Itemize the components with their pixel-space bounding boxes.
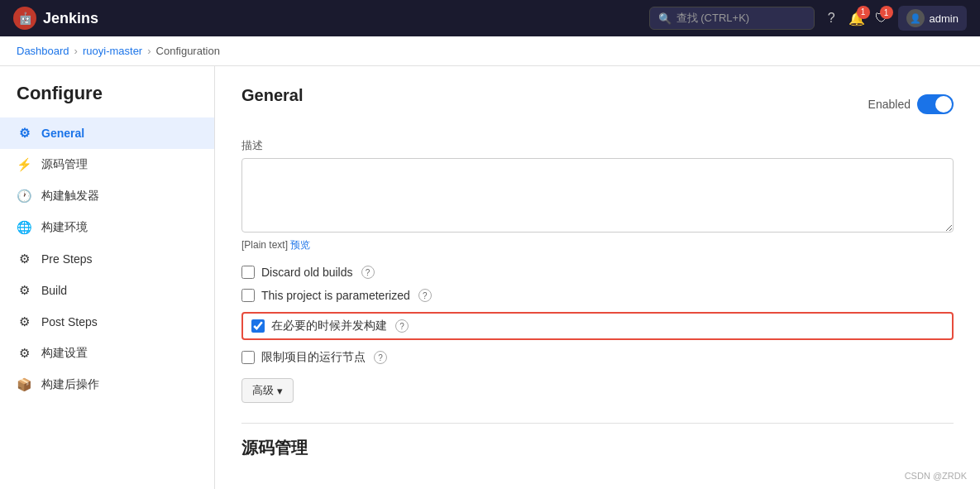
- section-header: General Enabled: [241, 86, 954, 122]
- sidebar-item-general[interactable]: ⚙ General: [0, 117, 214, 149]
- admin-menu[interactable]: 👤 admin: [898, 6, 967, 31]
- toggle-knob: [935, 96, 952, 113]
- settings-icon: ⚙: [17, 346, 31, 361]
- breadcrumb: Dashboard › ruoyi-master › Configuration: [0, 36, 980, 66]
- concurrent-label: 在必要的时候并发构建: [271, 319, 387, 333]
- plain-text-prefix: [Plain text]: [241, 239, 288, 251]
- search-placeholder: 查找 (CTRL+K): [676, 11, 749, 26]
- breadcrumb-dashboard[interactable]: Dashboard: [17, 45, 69, 57]
- footer-watermark: CSDN @ZRDK: [905, 471, 967, 481]
- sidebar: Configure ⚙ General ⚡ 源码管理 🕐 构建触发器 🌐 构建环…: [0, 66, 215, 489]
- restrict-help-icon[interactable]: ?: [374, 351, 387, 364]
- preview-link[interactable]: 预览: [290, 239, 310, 251]
- content-area: General Enabled 描述 [Plain text] 预览 Disca…: [215, 66, 980, 489]
- advanced-label: 高级: [252, 383, 274, 398]
- concurrent-checkbox[interactable]: [251, 319, 265, 333]
- logo: 🤖 Jenkins: [13, 7, 98, 30]
- admin-label: admin: [930, 12, 958, 25]
- header: 🤖 Jenkins 🔍 查找 (CTRL+K) ? 🔔 1 🛡 1 👤 admi…: [0, 0, 980, 36]
- discard-label: Discard old builds: [261, 266, 353, 279]
- sidebar-item-label-build: Build: [41, 284, 67, 297]
- jenkins-icon: 🤖: [13, 7, 36, 30]
- breadcrumb-sep-2: ›: [147, 45, 151, 57]
- logo-text: Jenkins: [43, 10, 98, 27]
- chevron-down-icon: ▾: [277, 385, 283, 397]
- enabled-toggle-row: Enabled: [868, 94, 954, 114]
- poststeps-icon: ⚙: [17, 314, 31, 329]
- description-label: 描述: [241, 138, 954, 153]
- sidebar-item-build[interactable]: ⚙ Build: [0, 275, 214, 306]
- help-button[interactable]: ?: [825, 7, 839, 29]
- description-textarea[interactable]: [241, 158, 954, 233]
- sidebar-item-env[interactable]: 🌐 构建环境: [0, 212, 214, 243]
- enabled-label: Enabled: [868, 98, 911, 111]
- restrict-label: 限制项目的运行节点: [261, 350, 366, 365]
- breadcrumb-project[interactable]: ruoyi-master: [83, 45, 142, 57]
- sidebar-item-label-settings: 构建设置: [41, 346, 88, 361]
- parameterized-checkbox[interactable]: [241, 289, 255, 302]
- postactions-icon: 📦: [17, 377, 31, 392]
- security-count: 1: [880, 6, 893, 19]
- concurrent-help-icon[interactable]: ?: [395, 319, 409, 333]
- parameterized-help-icon[interactable]: ?: [418, 289, 432, 302]
- sidebar-item-settings[interactable]: ⚙ 构建设置: [0, 338, 214, 369]
- section-title: General: [241, 86, 303, 105]
- plain-text-row: [Plain text] 预览: [241, 238, 954, 252]
- build-icon: ⚙: [17, 283, 31, 298]
- checkbox-restrict: 限制项目的运行节点 ?: [241, 350, 954, 365]
- parameterized-label: This project is parameterized: [261, 289, 410, 302]
- sidebar-item-label-presteps: Pre Steps: [41, 252, 92, 266]
- sidebar-item-postactions[interactable]: 📦 构建后操作: [0, 369, 214, 400]
- enabled-toggle[interactable]: [917, 94, 954, 114]
- trigger-icon: 🕐: [17, 189, 31, 204]
- avatar: 👤: [906, 9, 925, 27]
- env-icon: 🌐: [17, 220, 31, 235]
- restrict-checkbox[interactable]: [241, 351, 255, 364]
- source-icon: ⚡: [17, 157, 31, 172]
- search-bar[interactable]: 🔍 查找 (CTRL+K): [649, 7, 815, 30]
- sidebar-item-label-env: 构建环境: [41, 220, 88, 235]
- checkbox-discard: Discard old builds ?: [241, 266, 954, 279]
- discard-help-icon[interactable]: ?: [361, 266, 375, 279]
- security-button[interactable]: 🛡 1: [875, 11, 888, 26]
- sidebar-item-label-poststeps: Post Steps: [41, 315, 98, 328]
- checkbox-parameterized: This project is parameterized ?: [241, 289, 954, 302]
- discard-checkbox[interactable]: [241, 266, 255, 279]
- notification-count: 1: [857, 6, 870, 19]
- sidebar-title: Configure: [0, 83, 214, 117]
- sidebar-item-label-source: 源码管理: [41, 157, 88, 172]
- advanced-button[interactable]: 高级 ▾: [241, 378, 294, 403]
- sidebar-item-presteps[interactable]: ⚙ Pre Steps: [0, 243, 214, 275]
- breadcrumb-sep-1: ›: [74, 45, 78, 57]
- sidebar-item-label-general: General: [41, 127, 84, 140]
- search-icon: 🔍: [658, 12, 672, 25]
- breadcrumb-current: Configuration: [156, 45, 220, 57]
- notification-bell[interactable]: 🔔 1: [849, 11, 865, 26]
- sidebar-item-trigger[interactable]: 🕐 构建触发器: [0, 180, 214, 212]
- sidebar-item-label-postactions: 构建后操作: [41, 377, 99, 392]
- checkbox-concurrent: 在必要的时候并发构建 ?: [241, 312, 954, 340]
- sidebar-item-label-trigger: 构建触发器: [41, 189, 99, 204]
- gear-icon: ⚙: [17, 126, 31, 141]
- source-section-title: 源码管理: [241, 423, 954, 459]
- main-layout: Configure ⚙ General ⚡ 源码管理 🕐 构建触发器 🌐 构建环…: [0, 66, 980, 489]
- sidebar-item-source[interactable]: ⚡ 源码管理: [0, 149, 214, 180]
- presteps-icon: ⚙: [17, 252, 31, 266]
- sidebar-item-poststeps[interactable]: ⚙ Post Steps: [0, 306, 214, 338]
